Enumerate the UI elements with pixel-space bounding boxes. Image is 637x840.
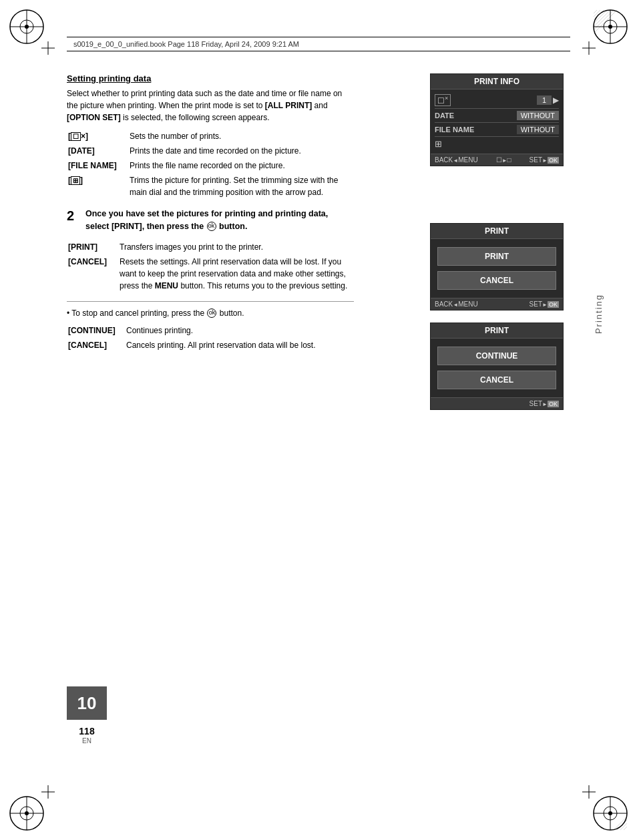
chapter-number: 10: [77, 693, 97, 714]
set-ok-label: SET►OK: [529, 156, 559, 164]
print-info-panel: PRINT INFO ☐× 1 ▶ DATE WITHOUT: [430, 73, 564, 166]
header-text: s0019_e_00_0_unified.book Page 118 Frida…: [73, 40, 299, 48]
print-count-icon: ☐×: [435, 94, 451, 106]
set-ok-label-2: SET►OK: [529, 300, 559, 308]
trim-icon-label: ⊞: [435, 139, 559, 149]
right-column: PRINT INFO ☐× 1 ▶ DATE WITHOUT: [430, 73, 570, 419]
def-filename: Prints the file name recorded on the pic…: [130, 160, 353, 173]
def-row-prints: [☐×] Sets the number of prints.: [68, 130, 353, 144]
definitions-table-1: [☐×] Sets the number of prints. [DATE] P…: [67, 129, 354, 201]
def-row-continue: [CONTINUE] Continues printing.: [68, 325, 353, 338]
term-filename: [FILE NAME]: [68, 160, 128, 173]
back-menu-label-2: BACK◄MENU: [435, 300, 478, 308]
separator-line: [67, 301, 354, 302]
print-info-title: PRINT INFO: [431, 74, 563, 89]
term-cancel-action: [CANCEL]: [68, 256, 118, 293]
corner-decoration-tr: [590, 7, 630, 47]
chapter-number-box: 10: [67, 686, 107, 720]
crosshair-bl: [41, 785, 55, 799]
svg-point-14: [25, 811, 29, 815]
filename-label: FILE NAME: [435, 126, 517, 134]
main-content: Setting printing data Select whether to …: [67, 73, 570, 760]
cancel-button-1[interactable]: CANCEL: [437, 271, 556, 290]
svg-point-19: [608, 811, 612, 815]
print-panel-2-title: PRINT: [431, 323, 563, 339]
def-cancel-action: Resets the settings. All print reservati…: [120, 256, 353, 293]
svg-point-9: [608, 25, 612, 29]
page-header: s0019_e_00_0_unified.book Page 118 Frida…: [67, 37, 570, 51]
page-lang: EN: [67, 737, 107, 745]
step-2-text: Once you have set the pictures for print…: [85, 208, 354, 233]
print-panel-1-footer: BACK◄MENU SET►OK: [431, 298, 563, 310]
crosshair-br: [582, 785, 596, 799]
print-panel-2-footer: SET►OK: [431, 397, 563, 409]
def-row-cancel-print: [CANCEL] Cancels printing. All print res…: [68, 339, 353, 353]
print-panel-2: PRINT CONTINUE CANCEL SET►OK: [430, 323, 564, 410]
def-row-date: [DATE] Prints the date and time recorded…: [68, 145, 353, 158]
intro-text: Select whether to print printing data su…: [67, 87, 354, 124]
continue-button[interactable]: CONTINUE: [437, 347, 556, 365]
def-prints: Sets the number of prints.: [130, 130, 353, 144]
def-date: Prints the date and time recorded on the…: [130, 145, 353, 158]
term-continue: [CONTINUE]: [68, 325, 125, 338]
term-cancel-print: [CANCEL]: [68, 339, 125, 353]
crosshair-tl: [41, 41, 55, 55]
ok-circle-icon: ok: [207, 222, 216, 231]
date-value: WITHOUT: [517, 111, 559, 120]
print-info-footer: BACK◄MENU ☐►□ SET►OK: [431, 154, 563, 166]
section-title: Setting printing data: [67, 73, 354, 83]
def-cancel-print: Cancels printing. All print reservation …: [126, 339, 353, 353]
date-label: DATE: [435, 112, 517, 120]
print-panel-1-title: PRINT: [431, 224, 563, 239]
count-arrow-right: ▶: [553, 95, 559, 105]
svg-point-4: [25, 25, 29, 29]
back-menu-label: BACK◄MENU: [435, 156, 478, 164]
corner-decoration-tl: [7, 7, 47, 47]
bullet-stop-cancel: To stop and cancel printing, press the o…: [67, 307, 354, 319]
step-number: 2: [67, 208, 80, 224]
def-trim: Trims the picture for printing. Set the …: [130, 174, 353, 200]
corner-decoration-br: [590, 793, 630, 833]
term-trim: [⊞]: [68, 174, 128, 200]
printing-label: Printing: [594, 294, 604, 334]
step-2-container: 2 Once you have set the pictures for pri…: [67, 208, 354, 233]
def-print-action: Transfers images you print to the printe…: [120, 241, 353, 254]
def-row-trim: [⊞] Trims the picture for printing. Set …: [68, 174, 353, 200]
print-count-value: 1: [537, 95, 552, 105]
left-column: Setting printing data Select whether to …: [67, 73, 354, 354]
img-arrow-label: ☐►□: [496, 156, 511, 164]
corner-decoration-bl: [7, 793, 47, 833]
term-date: [DATE]: [68, 145, 128, 158]
def-row-print-action: [PRINT] Transfers images you print to th…: [68, 241, 353, 254]
filename-value: WITHOUT: [517, 125, 559, 134]
cancel-button-2[interactable]: CANCEL: [437, 371, 556, 389]
set-ok-label-3: SET►OK: [529, 400, 559, 407]
term-prints: [☐×]: [68, 130, 128, 144]
term-print-action: [PRINT]: [68, 241, 118, 254]
def-row-filename: [FILE NAME] Prints the file name recorde…: [68, 160, 353, 173]
page-number: 118: [67, 726, 107, 737]
def-row-cancel-action: [CANCEL] Resets the settings. All print …: [68, 256, 353, 293]
definitions-table-2: [PRINT] Transfers images you print to th…: [67, 240, 354, 294]
crosshair-tr: [582, 41, 596, 55]
definitions-table-3: [CONTINUE] Continues printing. [CANCEL] …: [67, 323, 354, 354]
ok-circle-stop-icon: ok: [207, 308, 216, 318]
def-continue: Continues printing.: [126, 325, 353, 338]
print-button[interactable]: PRINT: [437, 247, 556, 266]
print-panel-1: PRINT PRINT CANCEL BACK◄MENU SET►OK: [430, 223, 564, 310]
